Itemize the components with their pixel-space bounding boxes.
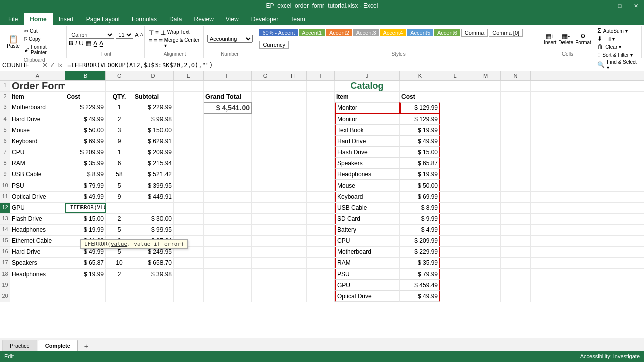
cell-B18[interactable]: $ 19.99	[65, 269, 106, 280]
cell-C12[interactable]	[106, 203, 133, 213]
ribbon-tab-file[interactable]: File	[2, 13, 24, 25]
cell-A11[interactable]: Optical Drive	[10, 192, 65, 202]
accent2-style[interactable]: Accent1	[299, 29, 325, 36]
cell-E5[interactable]	[174, 125, 204, 136]
cell-E1[interactable]	[174, 81, 204, 91]
col-header-l[interactable]: L	[440, 71, 470, 80]
cell-G17[interactable]	[252, 258, 279, 268]
cell-J2[interactable]: Item	[335, 92, 400, 102]
cell-H12[interactable]	[279, 203, 307, 213]
cell-A2[interactable]: Item	[10, 92, 65, 102]
cell-C6[interactable]: 9	[106, 136, 133, 147]
accent7-style[interactable]: Accent6	[434, 29, 460, 36]
cell-A1[interactable]: Order Form	[10, 81, 65, 91]
cell-J19[interactable]: GPU	[335, 280, 400, 291]
cell-M20[interactable]	[470, 291, 501, 302]
cell-E13[interactable]	[174, 214, 204, 224]
cell-D5[interactable]: $ 150.00	[133, 125, 174, 136]
accent1-style[interactable]: 60% - Accent	[259, 29, 298, 36]
cell-I2[interactable]	[307, 92, 335, 102]
cell-H13[interactable]	[279, 214, 307, 224]
cell-J20[interactable]: Optical Drive	[335, 291, 400, 302]
cell-A4[interactable]: Hard Drive	[10, 114, 65, 125]
italic-button[interactable]: I	[75, 40, 77, 47]
formula-cancel-icon[interactable]: ✕	[42, 61, 48, 69]
cell-A9[interactable]: USB Cable	[10, 169, 65, 180]
cell-F19[interactable]	[204, 280, 252, 291]
cell-D19[interactable]	[133, 280, 174, 291]
cell-F2[interactable]: Grand Total	[204, 92, 252, 102]
cell-L4[interactable]	[440, 114, 470, 125]
cell-I9[interactable]	[307, 169, 335, 180]
cell-I20[interactable]	[307, 291, 335, 302]
cell-M9[interactable]	[470, 169, 501, 180]
comma0-style[interactable]: Comma [0]	[489, 29, 523, 37]
ribbon-tab-view[interactable]: View	[220, 13, 245, 25]
cell-J1[interactable]: Catalog	[335, 81, 400, 91]
cell-K17[interactable]: $ 35.99	[400, 258, 440, 268]
cell-L10[interactable]	[440, 180, 470, 191]
cell-A19[interactable]	[10, 280, 65, 291]
cell-F8[interactable]	[204, 158, 252, 169]
cell-L18[interactable]	[440, 269, 470, 280]
cell-B17[interactable]: $ 65.87	[65, 258, 106, 268]
cell-K1[interactable]	[400, 81, 440, 91]
cell-F11[interactable]	[204, 192, 252, 202]
ribbon-tab-home[interactable]: Home	[24, 13, 52, 25]
bold-button[interactable]: B	[69, 40, 73, 47]
ribbon-tab-developer[interactable]: Developer	[245, 13, 285, 25]
cell-A18[interactable]: Headphones	[10, 269, 65, 280]
cell-H4[interactable]	[279, 114, 307, 125]
cell-I5[interactable]	[307, 125, 335, 136]
cell-B8[interactable]: $ 35.99	[65, 158, 106, 169]
cell-D13[interactable]: $ 30.00	[133, 214, 174, 224]
col-header-i[interactable]: I	[307, 71, 335, 80]
cell-F17[interactable]	[204, 258, 252, 268]
col-header-e[interactable]: E	[174, 71, 204, 80]
maximize-button[interactable]: □	[612, 0, 628, 11]
cell-K7[interactable]: $ 15.00	[400, 147, 440, 158]
cell-K9[interactable]: $ 19.99	[400, 169, 440, 180]
cell-L8[interactable]	[440, 158, 470, 169]
cell-D18[interactable]: $ 39.98	[133, 269, 174, 280]
cell-E18[interactable]	[174, 269, 204, 280]
cell-C14[interactable]: 5	[106, 225, 133, 235]
cell-E2[interactable]	[174, 92, 204, 102]
cell-I3[interactable]	[307, 102, 335, 114]
cell-A3[interactable]: Motherboard	[10, 102, 65, 114]
cell-J16[interactable]: Motherboard	[335, 247, 400, 257]
cell-L19[interactable]	[440, 280, 470, 291]
accent3-style[interactable]: Accent2	[326, 29, 352, 36]
cell-H5[interactable]	[279, 125, 307, 136]
cell-E8[interactable]	[174, 158, 204, 169]
cell-M12[interactable]	[470, 203, 501, 213]
cell-L9[interactable]	[440, 169, 470, 180]
cell-I14[interactable]	[307, 225, 335, 235]
cell-M2[interactable]	[470, 92, 501, 102]
cell-H2[interactable]	[279, 92, 307, 102]
add-sheet-button[interactable]: +	[80, 342, 92, 351]
cell-F12[interactable]	[204, 203, 252, 213]
cell-D2[interactable]: Subtotal	[133, 92, 174, 102]
align-center-button[interactable]: ≡	[154, 37, 157, 48]
cell-N13[interactable]	[501, 214, 531, 224]
align-right-button[interactable]: ≡	[159, 37, 163, 48]
cell-D10[interactable]: $ 399.95	[133, 180, 174, 191]
cell-F14[interactable]	[204, 225, 252, 235]
autosum-button[interactable]: ΣAutoSum ▾	[597, 27, 627, 34]
cell-B2[interactable]: Cost	[65, 92, 106, 102]
align-left-button[interactable]: ≡	[149, 37, 152, 48]
sheet-tab-practice[interactable]: Practice	[2, 340, 37, 351]
accent4-style[interactable]: Accent3	[353, 29, 379, 36]
cell-F10[interactable]	[204, 180, 252, 191]
cell-B14[interactable]: $ 19.99	[65, 225, 106, 235]
cell-J18[interactable]: PSU	[335, 269, 400, 280]
cell-K15[interactable]: $ 209.99	[400, 236, 440, 246]
cell-J3[interactable]: Monitor	[335, 102, 400, 114]
cell-N11[interactable]	[501, 192, 531, 202]
cell-A6[interactable]: Keyboard	[10, 136, 65, 147]
col-header-m[interactable]: M	[470, 71, 501, 80]
cell-G3[interactable]	[252, 102, 279, 114]
cell-F3[interactable]: $ 4,541.00	[204, 102, 252, 114]
cell-L1[interactable]	[440, 81, 470, 91]
